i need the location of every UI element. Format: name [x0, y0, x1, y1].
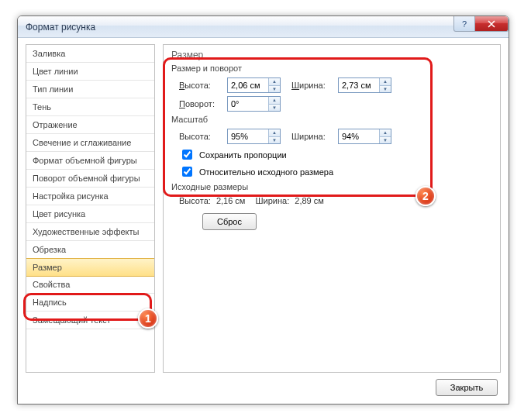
spin-down-icon[interactable]: ▼ [269, 86, 280, 93]
sidebar-item[interactable]: Размер [26, 258, 155, 277]
sidebar-item[interactable]: Отражение [26, 116, 154, 134]
height-input[interactable] [228, 78, 268, 92]
sidebar-item[interactable]: Свойства [26, 276, 154, 294]
lock-aspect-checkbox[interactable] [182, 150, 192, 160]
width-spinner[interactable]: ▲▼ [338, 77, 391, 93]
group-original: Исходные размеры [171, 182, 492, 191]
spin-down-icon[interactable]: ▼ [269, 137, 280, 144]
scale-height-spinner[interactable]: ▲▼ [227, 129, 281, 144]
relative-original-label: Относительно исходного размера [199, 167, 333, 177]
sidebar-item[interactable]: Настройка рисунка [26, 188, 154, 205]
sidebar-item[interactable]: Замещающий текст [26, 312, 154, 329]
rotate-input[interactable] [228, 97, 268, 111]
spin-down-icon[interactable]: ▼ [380, 137, 391, 144]
sidebar-item[interactable]: Заливка [26, 45, 154, 63]
size-panel: Размер Размер и поворот Высота: ▲▼ Ширин… [163, 44, 501, 373]
sidebar-item[interactable]: Обрезка [26, 241, 154, 259]
spin-down-icon[interactable]: ▼ [269, 105, 280, 112]
sidebar-item[interactable]: Тип линии [26, 81, 154, 98]
spin-up-icon[interactable]: ▲ [269, 78, 280, 86]
spin-up-icon[interactable]: ▲ [380, 78, 391, 86]
scale-height-input[interactable] [228, 129, 268, 143]
scale-width-spinner[interactable]: ▲▼ [338, 129, 391, 144]
help-button[interactable]: ? [453, 16, 475, 32]
sidebar-item[interactable]: Цвет линии [26, 63, 154, 81]
sidebar-item[interactable]: Формат объемной фигуры [26, 152, 154, 170]
close-window-button[interactable] [474, 16, 509, 32]
sidebar-item[interactable]: Свечение и сглаживание [26, 134, 154, 152]
group-size-rotate: Размер и поворот [171, 64, 492, 73]
title-text: Формат рисунка [26, 22, 95, 33]
width-input[interactable] [339, 78, 379, 92]
width-label: Ширина: [291, 81, 333, 90]
sidebar-item[interactable]: Тень [26, 98, 154, 116]
scale-height-label: Высота: [179, 132, 222, 141]
sidebar-item[interactable]: Художественные эффекты [26, 223, 154, 241]
scale-width-input[interactable] [339, 129, 379, 143]
panel-header: Размер [171, 50, 492, 60]
spin-down-icon[interactable]: ▼ [380, 86, 391, 93]
height-spinner[interactable]: ▲▼ [227, 77, 281, 93]
rotate-spinner[interactable]: ▲▼ [227, 96, 281, 112]
relative-original-checkbox[interactable] [182, 167, 192, 177]
titlebar: Формат рисунка ? [18, 16, 509, 38]
original-size-values: Высота: 2,16 см Ширина: 2,89 см [171, 196, 492, 205]
close-icon [488, 20, 495, 28]
spin-up-icon[interactable]: ▲ [269, 97, 280, 105]
height-label: Высота: [179, 81, 222, 90]
rotate-label: Поворот: [179, 99, 222, 108]
lock-aspect-label: Сохранить пропорции [199, 150, 287, 160]
group-scale: Масштаб [171, 115, 492, 124]
spin-up-icon[interactable]: ▲ [269, 129, 280, 137]
scale-width-label: Ширина: [291, 132, 333, 141]
spin-up-icon[interactable]: ▲ [380, 129, 391, 137]
reset-button[interactable]: Сброс [202, 213, 257, 230]
category-sidebar: ЗаливкаЦвет линииТип линииТеньОтражениеС… [26, 44, 155, 373]
sidebar-item[interactable]: Поворот объемной фигуры [26, 170, 154, 188]
sidebar-item[interactable]: Цвет рисунка [26, 205, 154, 223]
close-button[interactable]: Закрыть [436, 379, 498, 396]
sidebar-item[interactable]: Надпись [26, 294, 154, 312]
dialog-window: Формат рисунка ? ЗаливкаЦвет линииТип ли… [17, 15, 509, 405]
